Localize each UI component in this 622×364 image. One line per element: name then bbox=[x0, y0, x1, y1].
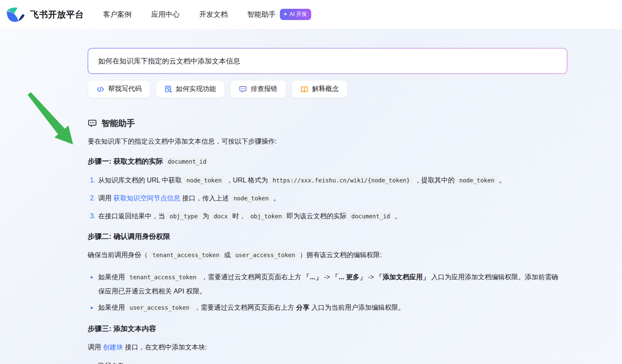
inline-code: user_access_token bbox=[126, 303, 193, 312]
text-segment: 步骤二: 确认调用身份权限 bbox=[88, 233, 170, 240]
inline-code: node_token bbox=[456, 176, 498, 185]
bold-text: 「...」 bbox=[303, 273, 322, 281]
query-box bbox=[88, 48, 567, 74]
query-input[interactable] bbox=[88, 48, 567, 73]
inline-link[interactable]: 获取知识空间节点信息 bbox=[113, 195, 180, 202]
green-arrow-annotation bbox=[26, 92, 76, 147]
text-segment: 确保当前调用身份（ bbox=[88, 251, 148, 258]
text-segment: 如果使用 bbox=[98, 304, 125, 311]
ai-dev-badge-label: AI 开发 bbox=[289, 10, 307, 18]
explain-concept-button[interactable]: 解释概念 bbox=[292, 80, 348, 98]
code-icon bbox=[96, 86, 104, 93]
text-segment: ）拥有该云文档的编辑权限: bbox=[300, 251, 381, 258]
inline-code: document_id bbox=[164, 157, 210, 166]
text-segment: 调用 bbox=[88, 344, 103, 351]
troubleshoot-label: 排查报错 bbox=[251, 85, 277, 94]
troubleshoot-button[interactable]: 排查报错 bbox=[230, 80, 286, 98]
ai-answer: 智能助手 要在知识库下的指定云文档中添加文本信息，可按以下步骤操作: 步骤一: … bbox=[88, 117, 560, 364]
sparkle-icon: ✦ bbox=[283, 12, 287, 17]
text-segment: 时， bbox=[232, 212, 246, 220]
text-segment: 路径参数: bbox=[98, 362, 127, 364]
text-segment: 接口，传入上述 bbox=[180, 195, 228, 202]
inline-code: obj_token bbox=[247, 212, 285, 220]
step2-list: 如果使用tenant_access_token，需要通过云文档网页页面右上方 「… bbox=[88, 270, 560, 315]
text-segment: 在接口返回结果中，当 bbox=[98, 212, 165, 220]
brand-name: 飞书开放平台 bbox=[30, 9, 84, 20]
inline-code: obj_type bbox=[166, 212, 201, 220]
top-nav: 飞书开放平台 客户案例 应用中心 开发文档 智能助手 ✦ AI 开发 bbox=[0, 0, 622, 29]
inline-code: node_token bbox=[230, 194, 272, 202]
nav-item-label: 智能助手 bbox=[247, 10, 276, 19]
text-segment: 步骤一: 获取文档的实际 bbox=[88, 157, 163, 165]
inline-link[interactable]: 创建块 bbox=[103, 344, 123, 351]
text-segment: ，URL 格式为 bbox=[226, 177, 268, 184]
explain-concept-label: 解释概念 bbox=[312, 85, 339, 94]
text-segment: 即为该云文档的实际 bbox=[287, 212, 347, 220]
bold-text: 「添加文档应用」 bbox=[376, 273, 429, 281]
page: 飞书开放平台 客户案例 应用中心 开发文档 智能助手 ✦ AI 开发 bbox=[0, 0, 622, 364]
step1-list: 从知识库文档的 URL 中获取node_token，URL 格式为https:/… bbox=[88, 175, 560, 222]
write-code-button[interactable]: 帮我写代码 bbox=[88, 80, 150, 98]
text-segment: ，需要通过云文档网页页面右上方 bbox=[194, 304, 296, 311]
nav-item-customer-cases[interactable]: 客户案例 bbox=[103, 10, 132, 19]
inline-code: tenant_access_token bbox=[149, 251, 223, 259]
nav-item-dev-docs[interactable]: 开发文档 bbox=[199, 10, 228, 19]
text-segment: 。 bbox=[499, 177, 506, 184]
text-segment: 如果使用 bbox=[98, 273, 125, 281]
step2-intro: 确保当前调用身份（tenant_access_token或user_access… bbox=[88, 250, 560, 260]
quick-actions: 帮我写代码 如何实现功能 排查报错 bbox=[88, 80, 567, 98]
inline-code: node_token bbox=[183, 176, 225, 185]
step1-heading: 步骤一: 获取文档的实际document_id bbox=[88, 156, 560, 167]
book-icon bbox=[300, 86, 308, 93]
text-segment: 。 bbox=[395, 212, 401, 220]
list-item: 从知识库文档的 URL 中获取node_token，URL 格式为https:/… bbox=[97, 175, 560, 186]
text-segment: 。 bbox=[273, 195, 280, 202]
text-segment: 或 bbox=[224, 251, 231, 258]
step2-heading: 步骤二: 确认调用身份权限 bbox=[88, 231, 560, 243]
inline-code: tenant_access_token bbox=[126, 273, 200, 281]
list-item: 在接口返回结果中，当obj_type为docx时，obj_token即为该云文档… bbox=[97, 211, 560, 222]
step3-list: 路径参数: bbox=[88, 359, 560, 364]
answer-title: 智能助手 bbox=[88, 117, 560, 129]
list-item: 路径参数: bbox=[97, 359, 560, 364]
how-to-implement-label: 如何实现功能 bbox=[176, 85, 216, 94]
text-segment: -> bbox=[322, 273, 332, 281]
main-nav: 客户案例 应用中心 开发文档 智能助手 ✦ AI 开发 bbox=[103, 9, 311, 20]
nav-item-ai-assistant[interactable]: 智能助手 ✦ AI 开发 bbox=[247, 9, 311, 20]
inline-code: user_access_token bbox=[232, 251, 298, 259]
list-item: 如果使用user_access_token，需要通过云文档网页页面右上方 分享 … bbox=[97, 301, 560, 315]
text-segment: ，需要通过云文档网页页面右上方 bbox=[201, 273, 303, 281]
step3-intro: 调用 创建块 接口，在文档中添加文本块: bbox=[88, 342, 560, 352]
how-to-implement-button[interactable]: 如何实现功能 bbox=[156, 80, 225, 98]
text-segment: 入口为当前用户添加编辑权限。 bbox=[310, 304, 405, 311]
answer-title-label: 智能助手 bbox=[102, 117, 135, 129]
text-segment: -> bbox=[366, 273, 376, 281]
chat-bubble-icon bbox=[239, 86, 247, 93]
write-code-label: 帮我写代码 bbox=[108, 85, 142, 94]
inline-code: https://xxx.feishu.cn/wiki/{node_token} bbox=[269, 176, 413, 185]
step3-heading: 步骤三: 添加文本内容 bbox=[88, 323, 560, 335]
inline-code: document_id bbox=[348, 212, 394, 220]
text-segment: 从知识库文档的 URL 中获取 bbox=[98, 177, 182, 184]
main-content: 帮我写代码 如何实现功能 排查报错 bbox=[88, 48, 567, 364]
text-segment: 调用 bbox=[98, 195, 113, 202]
answer-intro: 要在知识库下的指定云文档中添加文本信息，可按以下步骤操作: bbox=[88, 136, 560, 147]
inline-code: docx bbox=[210, 212, 231, 220]
text-segment: 步骤三: 添加文本内容 bbox=[88, 325, 156, 333]
bold-text: 「... 更多」 bbox=[332, 273, 366, 281]
assistant-chat-icon bbox=[88, 119, 97, 128]
text-segment: 为 bbox=[202, 212, 209, 220]
ai-dev-badge[interactable]: ✦ AI 开发 bbox=[280, 9, 311, 20]
text-segment: ，提取其中的 bbox=[414, 177, 454, 184]
text-segment: 接口，在文档中添加文本块: bbox=[123, 344, 207, 351]
feishu-logo-icon bbox=[6, 6, 25, 23]
doc-search-icon bbox=[165, 86, 172, 93]
nav-item-app-center[interactable]: 应用中心 bbox=[151, 10, 180, 19]
list-item: 如果使用tenant_access_token，需要通过云文档网页页面右上方 「… bbox=[97, 270, 560, 298]
list-item: 调用 获取知识空间节点信息 接口，传入上述node_token。 bbox=[97, 193, 560, 204]
bold-text: 分享 bbox=[296, 304, 310, 311]
brand[interactable]: 飞书开放平台 bbox=[6, 6, 84, 23]
